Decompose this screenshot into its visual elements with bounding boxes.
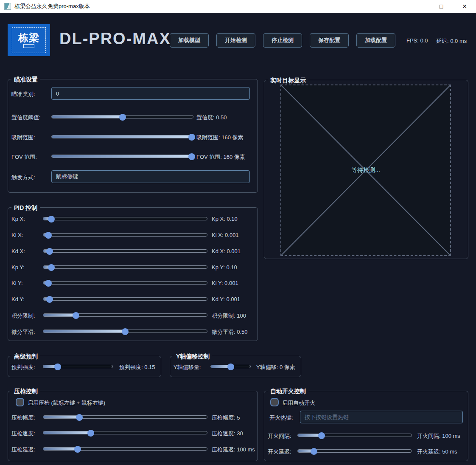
app-logo: 栋梁 (8, 24, 50, 56)
slider-track[interactable] (43, 297, 207, 301)
trigger-mode-input[interactable] (51, 170, 250, 183)
aim-class-input[interactable] (51, 87, 250, 100)
aim-settings-panel: 瞄准设置 瞄准类别: 置信度阈值: 置信度: 0.50 吸附范围: 吸附范围: … (8, 79, 258, 193)
load-config-button[interactable]: 加载配置 (356, 33, 395, 48)
kd-x-slider: Kd X: Kd X: 0.001 (8, 247, 258, 255)
pid-control-panel: PID 控制 Kp X: Kp X: 0.10 Ki X: Ki X: 0.00… (8, 207, 258, 341)
slider-handle[interactable] (188, 134, 195, 141)
panel-title: 实时目标显示 (268, 76, 308, 85)
slider-value: 开火延迟: 50 ms (417, 448, 457, 456)
ki-x-slider: Ki X: Ki X: 0.001 (8, 231, 258, 239)
slider-label: 压枪速度: (11, 430, 35, 437)
slider-track[interactable] (43, 447, 207, 451)
autofire-control-panel: 自动开火控制 启用自动开火 开火热键: 开火间隔: 开火间隔: 100 ms 开… (264, 391, 468, 461)
slider-track[interactable] (210, 365, 251, 368)
enable-autofire-label: 启用自动开火 (282, 399, 315, 407)
slider-value: Kd Y: 0.001 (212, 296, 240, 302)
slider-fill (43, 416, 79, 418)
slider-handle[interactable] (87, 430, 94, 437)
y-offset-panel: Y轴偏移控制 Y轴偏移量: Y轴偏移: 0 像素 (170, 356, 301, 377)
slider-track[interactable] (51, 155, 193, 158)
panel-title: 高级预判 (11, 352, 40, 361)
slider-label: 置信度阈值: (11, 114, 41, 121)
window-titlebar: 栋梁公益永久免费pro-max版本 — □ ✕ (0, 0, 476, 13)
stop-detection-button[interactable]: 停止检测 (263, 33, 302, 48)
slider-handle[interactable] (188, 153, 195, 160)
fire-delay-slider: 开火延迟: 开火延迟: 50 ms (264, 447, 468, 455)
enable-recoil-label: 启用压枪 (鼠标左键 + 鼠标右键) (28, 399, 105, 407)
slider-handle[interactable] (76, 414, 83, 421)
slider-handle[interactable] (74, 446, 81, 453)
slider-value: Ki Y: 0.001 (212, 280, 238, 286)
slider-label: FOV 范围: (11, 153, 37, 161)
start-detection-button[interactable]: 开始检测 (216, 33, 255, 48)
slider-label: 预判强度: (11, 364, 35, 371)
slider-handle[interactable] (48, 216, 55, 223)
slider-handle[interactable] (227, 364, 234, 370)
slider-track[interactable] (43, 431, 207, 434)
live-target-panel: 实时目标显示 等待检测... (264, 80, 468, 259)
fov-range-slider: FOV 范围: FOV 范围: 160 像素 (8, 152, 258, 161)
minimize-icon[interactable]: — (408, 0, 428, 13)
enable-recoil-checkbox[interactable] (16, 398, 24, 406)
close-icon[interactable]: ✕ (455, 0, 474, 13)
slider-track[interactable] (43, 249, 207, 253)
slider-handle[interactable] (48, 264, 55, 271)
slider-fill (43, 314, 76, 316)
slider-value: Kp X: 0.10 (212, 216, 238, 222)
slider-label: Ki Y: (11, 280, 23, 286)
slider-value: 压枪幅度: 5 (212, 414, 240, 422)
slider-track[interactable] (51, 135, 193, 138)
slider-track[interactable] (43, 233, 207, 237)
slider-track[interactable] (297, 449, 412, 453)
slider-label: 压枪幅度: (11, 414, 35, 422)
slider-track[interactable] (43, 313, 207, 317)
slider-value: 吸附范围: 160 像素 (196, 134, 244, 141)
panel-title: 自动开火控制 (268, 387, 308, 395)
slider-track[interactable] (297, 434, 412, 437)
slider-track[interactable] (43, 265, 207, 269)
slider-track[interactable] (51, 115, 193, 118)
maximize-icon[interactable]: □ (431, 0, 451, 13)
slider-handle[interactable] (45, 280, 52, 287)
slider-handle[interactable] (311, 448, 317, 455)
slider-handle[interactable] (119, 114, 126, 121)
slider-handle[interactable] (46, 296, 53, 303)
logo-text: 栋梁 (18, 33, 39, 43)
slider-label: Kp X: (11, 216, 25, 222)
load-model-button[interactable]: 加载模型 (170, 33, 209, 48)
slider-handle[interactable] (73, 312, 79, 319)
window-app-icon (4, 3, 11, 10)
panel-title: 瞄准设置 (11, 75, 40, 84)
slider-value: Kd X: 0.001 (212, 248, 241, 254)
slider-handle[interactable] (46, 248, 53, 255)
logo-frame: 栋梁 (12, 27, 46, 53)
fire-interval-slider: 开火间隔: 开火间隔: 100 ms (264, 431, 468, 440)
app-root: 栋梁 DL-PRO-MAX 加载模型 开始检测 停止检测 保存配置 加载配置 F… (0, 13, 476, 465)
slider-handle[interactable] (318, 432, 325, 439)
slider-value: 微分平滑: 0.50 (212, 328, 248, 336)
slider-label: 积分限制: (11, 312, 35, 320)
page-title: DL-PRO-MAX (59, 30, 171, 48)
slider-track[interactable] (43, 365, 113, 368)
logo-sub-mark (23, 44, 34, 48)
enable-autofire-checkbox[interactable] (270, 398, 279, 406)
slider-handle[interactable] (54, 364, 61, 370)
window-title: 栋梁公益永久免费pro-max版本 (14, 0, 90, 13)
slider-fill (52, 155, 192, 158)
aim-class-label: 瞄准类别: (11, 90, 35, 98)
latency-status: 延迟: 0.0 ms (436, 37, 467, 45)
slider-track[interactable] (43, 415, 207, 419)
ki-y-slider: Ki Y: Ki Y: 0.001 (8, 279, 258, 287)
slider-track[interactable] (43, 330, 207, 333)
slider-track[interactable] (43, 281, 207, 285)
slider-label: Kd Y: (11, 296, 25, 302)
slider-handle[interactable] (122, 328, 129, 335)
fire-hotkey-input[interactable] (300, 411, 463, 423)
recoil-delay-slider: 压枪延迟: 压枪延迟: 100 ms (8, 445, 258, 453)
slider-value: 压枪速度: 30 (212, 430, 243, 437)
slider-fill (52, 135, 192, 138)
save-config-button[interactable]: 保存配置 (310, 33, 349, 48)
slider-handle[interactable] (45, 232, 52, 239)
slider-track[interactable] (43, 217, 207, 220)
